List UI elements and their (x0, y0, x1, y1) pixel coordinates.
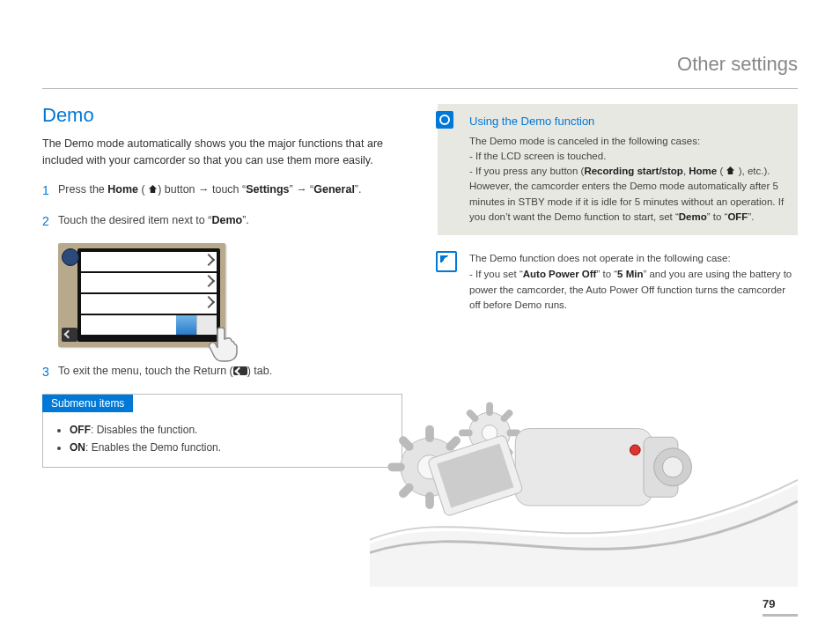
step-number-1: 1 (42, 181, 58, 200)
home-icon (148, 182, 158, 192)
submenu-box: Submenu items OFF: Disables the function… (42, 394, 402, 469)
lcd-screen-illustration (58, 243, 225, 347)
chevron-right-icon (203, 253, 215, 265)
chevron-right-icon (203, 274, 215, 286)
note-line: - If you set “Auto Power Off” to “5 Min”… (469, 267, 798, 314)
return-icon (62, 328, 77, 342)
touch-hand-icon (204, 321, 247, 366)
note-line: - If you press any button (Recording sta… (469, 164, 785, 225)
chevron-right-icon (203, 295, 215, 307)
info-note-box: Using the Demo function The Demo mode is… (438, 104, 798, 235)
magnifier-icon (436, 111, 453, 129)
submenu-heading: Submenu items (42, 395, 133, 412)
header-divider (42, 88, 798, 89)
svg-line-8 (403, 488, 409, 494)
page-number: 79 (763, 597, 798, 617)
submenu-item-on: ON: Enables the Demo function. (70, 439, 387, 456)
note-line: The Demo function does not operate in th… (469, 251, 798, 267)
intro-paragraph: The Demo mode automatically shows you th… (42, 136, 402, 169)
section-header: Other settings (677, 53, 798, 76)
step-number-2: 2 (42, 212, 58, 231)
step-1-text: Press the Home ( ) button → touch “Setti… (58, 181, 402, 200)
return-tab-icon (233, 366, 247, 375)
pencil-icon (436, 251, 457, 272)
caution-note: The Demo function does not operate in th… (438, 251, 798, 314)
globe-icon (62, 248, 79, 266)
note-title: Using the Demo function (469, 113, 785, 130)
step-number-3: 3 (42, 363, 58, 381)
submenu-item-off: OFF: Disables the function. (70, 421, 387, 439)
step-2-text: Touch the desired item next to “Demo”. (58, 212, 402, 231)
home-icon (726, 165, 735, 174)
note-line: The Demo mode is canceled in the followi… (469, 134, 785, 149)
note-line: - If the LCD screen is touched. (469, 149, 785, 164)
page-title: Demo (42, 104, 402, 127)
svg-line-7 (450, 488, 456, 494)
